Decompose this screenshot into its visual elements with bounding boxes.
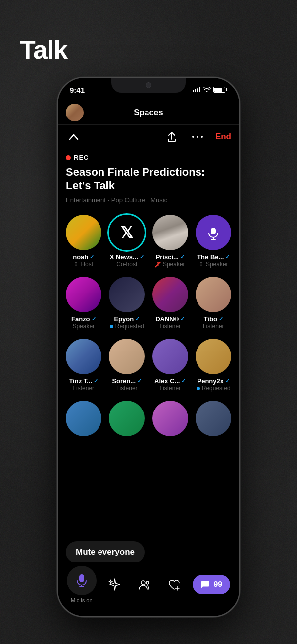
avatar-wrapper-prisci	[152, 215, 188, 250]
verified-icon: ✓	[219, 316, 223, 322]
participant-role: Listener	[203, 323, 224, 330]
list-item[interactable]	[192, 397, 236, 444]
avatar-ring	[107, 213, 146, 252]
more-options-button[interactable]	[190, 129, 205, 145]
verified-icon: ✓	[137, 378, 142, 384]
rec-text: REC	[74, 154, 89, 161]
avatar	[66, 215, 101, 250]
mic-avatar	[196, 215, 231, 250]
verified-icon: ✓	[225, 378, 230, 384]
space-categories: Entertainment · Pop Culture · Music	[58, 194, 239, 211]
list-item[interactable]: 𝕏 X News... ✓ Co-host	[105, 211, 149, 273]
end-button[interactable]: End	[215, 132, 231, 142]
participant-role: Listener	[73, 385, 94, 392]
toolbar-right: End	[164, 129, 231, 145]
participants-grid: noah ✓ 🎙 Host 𝕏	[58, 211, 239, 444]
avatar-wrapper-fanzo	[66, 277, 101, 312]
status-icons	[193, 86, 226, 94]
avatar	[109, 401, 145, 436]
requested-dot	[197, 387, 200, 390]
avatar	[66, 277, 101, 312]
battery-icon	[213, 87, 225, 93]
participant-name: X News... ✓	[110, 253, 144, 261]
list-item[interactable]	[105, 397, 149, 444]
avatar-wrapper-p15	[152, 401, 188, 436]
participant-name: DANN© ✓	[155, 315, 185, 323]
verified-icon: ✓	[225, 254, 230, 260]
avatar-wrapper-tibo	[196, 277, 231, 312]
app-title: Talk	[20, 35, 67, 64]
mute-everyone-button[interactable]: Mute everyone	[66, 541, 145, 563]
avatar-wrapper-danno	[152, 277, 188, 312]
svg-point-2	[201, 136, 203, 138]
avatar-wrapper-p13	[66, 401, 101, 436]
avatar	[109, 277, 145, 312]
participant-role: 🎙 Speaker	[199, 261, 228, 268]
list-item[interactable]: Fanzo ✓ Speaker	[62, 273, 105, 335]
participant-name: Tibo ✓	[204, 315, 223, 323]
verified-icon: ✓	[90, 254, 94, 260]
status-time: 9:41	[70, 86, 85, 94]
participant-role: 🎙 Speaker	[155, 261, 185, 268]
list-item[interactable]: Prisci... ✓ 🎙 Speaker	[148, 211, 192, 273]
collapse-button[interactable]	[66, 129, 82, 145]
list-item[interactable]: Tibo ✓ Listener	[192, 273, 236, 335]
list-item[interactable]	[148, 397, 192, 444]
verified-icon: ✓	[180, 254, 185, 260]
participant-role: Listener	[159, 323, 181, 330]
user-avatar[interactable]	[66, 104, 84, 121]
avatar	[196, 401, 231, 436]
participant-role: Listener	[116, 385, 138, 392]
avatar-wrapper-alexc	[152, 339, 188, 374]
avatar-wrapper-soren	[109, 339, 145, 374]
comments-count: 99	[213, 580, 222, 589]
list-item[interactable]: The Be... ✓ 🎙 Speaker	[192, 211, 236, 273]
mute-everyone-label: Mute everyone	[76, 547, 135, 557]
mic-button[interactable]	[67, 566, 97, 595]
list-item[interactable]: DANN© ✓ Listener	[148, 273, 192, 335]
list-item[interactable]: Tinz T... ✓ Listener	[62, 335, 105, 397]
svg-rect-7	[79, 574, 84, 582]
list-item[interactable]: Epyon ✓ Requested	[105, 273, 149, 335]
muted-mic-icon: 🎙	[155, 261, 161, 267]
participant-name: Soren... ✓	[112, 377, 142, 385]
avatar	[152, 277, 188, 312]
avatar	[152, 339, 188, 374]
space-title: Season Finale Predictions: Let's Talk	[58, 163, 239, 194]
header-title: Spaces	[134, 108, 163, 117]
sparkle-button[interactable]	[104, 574, 126, 595]
participant-role: Speaker	[72, 323, 95, 330]
list-item[interactable]: Penny2x ✓ Requested	[192, 335, 236, 397]
participant-name: noah ✓	[73, 253, 94, 261]
list-item[interactable]: noah ✓ 🎙 Host	[62, 211, 105, 273]
list-item[interactable]: Soren... ✓ Listener	[105, 335, 149, 397]
verified-icon: ✓	[180, 316, 185, 322]
comments-button[interactable]: 99	[193, 575, 230, 594]
signal-bar-4	[199, 87, 200, 92]
avatar	[152, 401, 188, 436]
mic-wrapper: Mic is on	[67, 566, 97, 603]
people-button[interactable]	[134, 574, 155, 595]
avatar	[152, 215, 188, 250]
avatar	[66, 339, 101, 374]
verified-icon: ✓	[94, 378, 98, 384]
notch-camera	[146, 82, 151, 88]
participant-name: The Be... ✓	[197, 253, 230, 261]
bottom-action-bar: Mic is on	[58, 562, 239, 606]
rec-badge: REC	[58, 149, 239, 163]
toolbar-row: End	[58, 125, 239, 149]
list-item[interactable]	[62, 397, 105, 444]
avatar-wrapper-thebe	[196, 215, 231, 250]
svg-point-1	[197, 136, 198, 138]
rec-dot	[66, 155, 71, 160]
participant-name: Alex C... ✓	[154, 377, 186, 385]
share-button[interactable]	[164, 129, 180, 145]
svg-rect-4	[211, 228, 216, 234]
avatar-wrapper-tinzt	[66, 339, 101, 374]
heart-plus-button[interactable]	[163, 574, 185, 595]
participant-role: 🎙 Host	[74, 261, 93, 268]
avatar	[66, 401, 101, 436]
list-item[interactable]: Alex C... ✓ Listener	[148, 335, 192, 397]
participant-role: Co-host	[116, 261, 137, 268]
verified-icon: ✓	[140, 254, 144, 260]
